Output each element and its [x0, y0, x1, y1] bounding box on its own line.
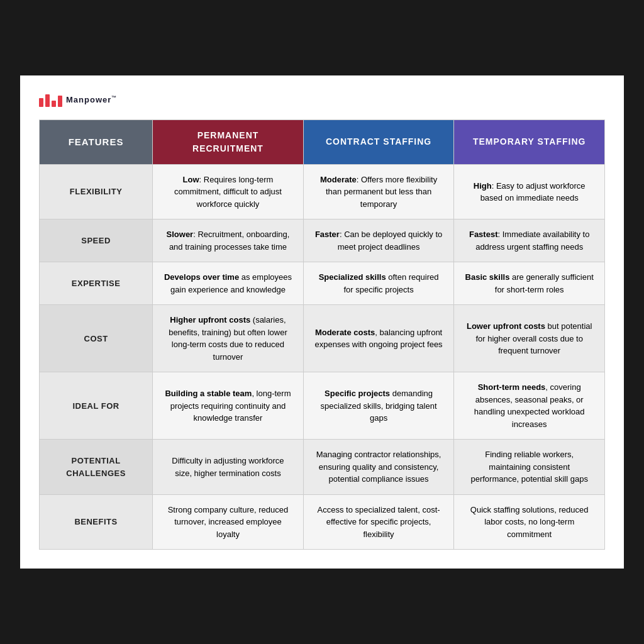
cell-contract: Moderate: Offers more flexibility than p…: [303, 164, 454, 219]
logo-text: Manpower™: [66, 96, 117, 105]
cell-temporary: Short-term needs, covering absences, sea…: [454, 372, 605, 440]
table-row: FLEXIBILITYLow: Requires long-term commi…: [40, 164, 605, 219]
table-row: EXPERTISEDevelops over time as employees…: [40, 262, 605, 305]
header-row: FEATURES PERMANENT RECRUITMENT CONTRACT …: [40, 119, 605, 164]
cell-permanent: Strong company culture, reduced turnover…: [153, 494, 304, 550]
logo-bar-2: [45, 94, 50, 107]
cell-permanent: Low: Requires long-term commitment, diff…: [153, 164, 304, 219]
header-contract: CONTRACT STAFFING: [303, 119, 454, 164]
header-temporary: TEMPORARY STAFFING: [454, 119, 605, 164]
cell-permanent: Difficulty in adjusting workforce size, …: [153, 440, 304, 495]
logo-icon: [39, 94, 62, 107]
cell-contract: Moderate costs, balancing upfront expens…: [303, 305, 454, 372]
table-row: POTENTIAL CHALLENGESDifficulty in adjust…: [40, 440, 605, 495]
comparison-table: FEATURES PERMANENT RECRUITMENT CONTRACT …: [39, 119, 605, 550]
table-row: SPEEDSlower: Recruitment, onboarding, an…: [40, 219, 605, 262]
cell-permanent: Higher upfront costs (salaries, benefits…: [153, 305, 304, 372]
row-label-cell: FLEXIBILITY: [40, 164, 153, 219]
cell-temporary: Finding reliable workers, maintaining co…: [454, 440, 605, 495]
cell-contract: Access to specialized talent, cost-effec…: [303, 494, 454, 550]
row-label-cell: POTENTIAL CHALLENGES: [40, 440, 153, 495]
cell-temporary: Fastest: Immediate availability to addre…: [454, 219, 605, 262]
logo-bar-1: [39, 98, 43, 107]
logo-bar-3: [52, 101, 56, 107]
main-card: Manpower™ FEATURES PERMANENT RECRUITMENT…: [20, 75, 624, 569]
cell-contract: Specialized skills often required for sp…: [303, 262, 454, 305]
table-row: IDEAL FORBuilding a stable team, long-te…: [40, 372, 605, 440]
cell-permanent: Slower: Recruitment, onboarding, and tra…: [153, 219, 304, 262]
cell-temporary: Lower upfront costs but potential for hi…: [454, 305, 605, 372]
header-features: FEATURES: [40, 119, 153, 164]
cell-permanent: Building a stable team, long-term projec…: [153, 372, 304, 440]
logo-tm: ™: [111, 95, 117, 101]
row-label-cell: EXPERTISE: [40, 262, 153, 305]
header-permanent: PERMANENT RECRUITMENT: [153, 119, 304, 164]
logo-name: Manpower: [66, 96, 111, 105]
row-label-cell: SPEED: [40, 219, 153, 262]
cell-contract: Specific projects demanding specialized …: [303, 372, 454, 440]
logo-bar-4: [58, 96, 62, 107]
cell-contract: Managing contractor relationships, ensur…: [303, 440, 454, 495]
cell-contract: Faster: Can be deployed quickly to meet …: [303, 219, 454, 262]
cell-permanent: Develops over time as employees gain exp…: [153, 262, 304, 305]
row-label-cell: BENEFITS: [40, 494, 153, 550]
table-row: BENEFITSStrong company culture, reduced …: [40, 494, 605, 550]
cell-temporary: Quick staffing solutions, reduced labor …: [454, 494, 605, 550]
cell-temporary: High: Easy to adjust workforce based on …: [454, 164, 605, 219]
cell-temporary: Basic skills are generally sufficient fo…: [454, 262, 605, 305]
row-label-cell: COST: [40, 305, 153, 372]
logo-area: Manpower™: [39, 94, 605, 107]
row-label-cell: IDEAL FOR: [40, 372, 153, 440]
table-row: COSTHigher upfront costs (salaries, bene…: [40, 305, 605, 372]
